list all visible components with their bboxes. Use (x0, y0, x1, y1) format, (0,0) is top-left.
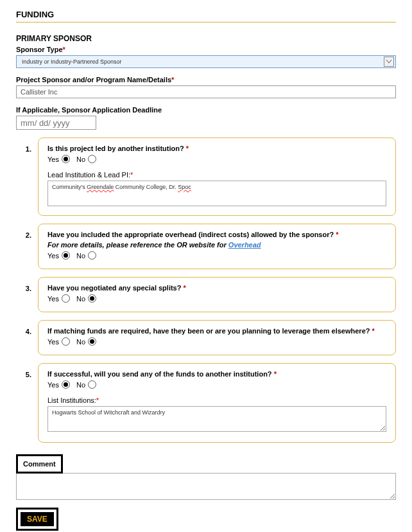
q4-no-radio[interactable] (88, 337, 96, 346)
question-number: 4. (16, 320, 38, 355)
project-sponsor-input[interactable] (16, 85, 396, 98)
q1-no-radio[interactable] (88, 155, 96, 163)
list-institutions-input[interactable] (47, 406, 386, 432)
q1-yes-radio[interactable] (62, 155, 70, 163)
q4-yes-radio[interactable] (62, 337, 70, 346)
deadline-input[interactable] (16, 116, 96, 130)
question-number: 3. (16, 277, 38, 312)
question-box: Have you included the appropriate overhe… (38, 224, 396, 269)
q2-yes-radio[interactable] (62, 251, 70, 260)
question-box: Have you negotiated any special splits? … (38, 277, 396, 312)
project-sponsor-label: Project Sponsor and/or Program Name/Deta… (16, 76, 396, 84)
no-label: No (76, 155, 85, 163)
question-text: If matching funds are required, have the… (47, 327, 386, 335)
q3-no-radio[interactable] (88, 294, 96, 303)
deadline-label: If Applicable, Sponsor Application Deadl… (16, 106, 396, 114)
no-label: No (76, 295, 85, 303)
comment-label: Comment (16, 454, 63, 474)
yes-label: Yes (47, 295, 59, 303)
question-text: Have you negotiated any special splits? … (47, 284, 386, 292)
q5-no-radio[interactable] (88, 380, 96, 389)
question-box: If successful, will you send any of the … (38, 363, 396, 443)
page-title: FUNDING (16, 10, 396, 19)
question-text: Have you included the appropriate overhe… (47, 231, 386, 238)
overhead-link[interactable]: Overhead (228, 241, 261, 249)
yes-label: Yes (47, 252, 59, 260)
sponsor-type-label: Sponsor Type* (16, 46, 396, 53)
yes-label: Yes (47, 381, 59, 389)
question-text: Is this project led by another instituti… (47, 145, 386, 152)
comment-input[interactable] (16, 473, 396, 500)
question-box: Is this project led by another instituti… (38, 137, 396, 216)
question-number: 2. (16, 224, 38, 269)
no-label: No (76, 381, 85, 389)
q3-yes-radio[interactable] (62, 294, 70, 303)
list-institutions-label: List Institutions:* (47, 396, 386, 404)
question-number: 1. (16, 137, 38, 216)
lead-institution-label: Lead Institution & Lead PI:* (47, 171, 386, 179)
question-number: 5. (16, 363, 38, 443)
no-label: No (76, 338, 85, 346)
primary-sponsor-title: PRIMARY SPONSOR (16, 34, 396, 43)
sponsor-type-select[interactable]: Industry or Industry-Partnered Sponsor (16, 55, 396, 68)
question-box: If matching funds are required, have the… (38, 320, 396, 355)
save-button[interactable]: SAVE (21, 512, 54, 526)
q5-yes-radio[interactable] (62, 380, 70, 389)
sponsor-type-value: Industry or Industry-Partnered Sponsor (17, 58, 384, 65)
save-button-highlight: SAVE (16, 508, 58, 531)
question-note: For more details, please reference the O… (47, 241, 386, 249)
no-label: No (76, 252, 85, 260)
q2-no-radio[interactable] (88, 251, 96, 260)
question-text: If successful, will you send any of the … (47, 370, 386, 378)
divider (16, 22, 396, 22)
lead-institution-input[interactable]: Community's Greendale Community College,… (47, 181, 386, 206)
yes-label: Yes (47, 155, 59, 163)
chevron-down-icon (384, 57, 394, 67)
yes-label: Yes (47, 338, 59, 346)
